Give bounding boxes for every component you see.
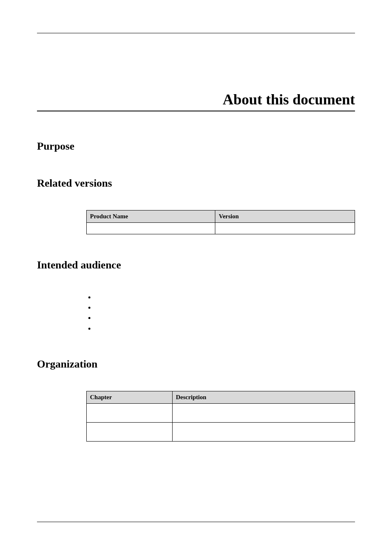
section-intended-audience: Intended audience <box>37 259 355 333</box>
heading-related-versions: Related versions <box>37 177 355 190</box>
list-item <box>95 323 355 333</box>
heading-organization: Organization <box>37 358 355 370</box>
list-item <box>95 292 355 302</box>
audience-list <box>95 292 355 333</box>
versions-cell-product <box>87 223 215 234</box>
heading-intended-audience: Intended audience <box>37 259 355 271</box>
section-purpose: Purpose <box>37 140 355 153</box>
org-cell-description <box>172 422 355 441</box>
heading-purpose: Purpose <box>37 140 355 153</box>
versions-table-header-version: Version <box>215 210 355 223</box>
table-row <box>87 422 355 441</box>
list-item <box>95 302 355 312</box>
table-row <box>87 403 355 422</box>
org-table-header-description: Description <box>172 391 355 403</box>
versions-cell-version <box>215 223 355 234</box>
document-title: About this document <box>37 91 355 111</box>
table-row <box>87 223 355 234</box>
top-horizontal-rule <box>37 33 355 33</box>
bottom-horizontal-rule <box>37 522 355 522</box>
versions-table-header-product: Product Name <box>87 210 215 223</box>
list-item <box>95 312 355 323</box>
section-organization: Organization Chapter Description <box>37 358 355 442</box>
versions-table: Product Name Version <box>86 210 355 234</box>
organization-table: Chapter Description <box>86 391 355 442</box>
org-cell-chapter <box>87 422 173 441</box>
org-table-header-chapter: Chapter <box>87 391 173 403</box>
org-cell-chapter <box>87 403 173 422</box>
section-related-versions: Related versions Product Name Version <box>37 177 355 234</box>
org-cell-description <box>172 403 355 422</box>
